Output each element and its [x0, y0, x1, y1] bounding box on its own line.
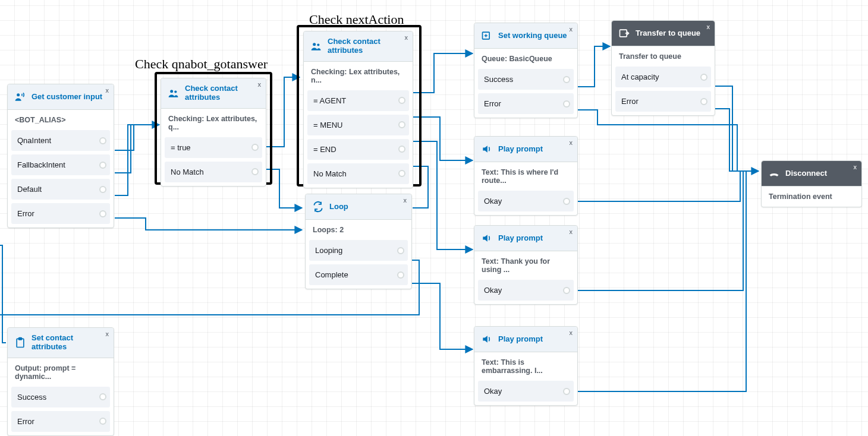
- block-subtitle: Checking: Lex attributes, q...: [161, 109, 266, 137]
- speaker-icon: [480, 143, 493, 156]
- close-icon[interactable]: x: [570, 139, 573, 146]
- branch-error[interactable]: Error: [11, 203, 110, 224]
- branch-equals-true[interactable]: = true: [165, 137, 262, 158]
- block-subtitle: Checking: Lex attributes, n...: [304, 62, 413, 90]
- close-icon[interactable]: x: [405, 34, 408, 41]
- block-title: Play prompt: [498, 145, 543, 154]
- branch-no-match[interactable]: No Match: [165, 162, 262, 182]
- branch-error[interactable]: Error: [615, 91, 711, 112]
- branch-agent[interactable]: = AGENT: [307, 90, 409, 111]
- close-icon[interactable]: x: [570, 26, 573, 33]
- close-icon[interactable]: x: [106, 330, 109, 337]
- block-title: Play prompt: [498, 335, 543, 344]
- people-icon: [310, 40, 323, 53]
- block-set-contact-attributes[interactable]: Set contact attributes x Output: prompt …: [7, 327, 114, 436]
- annotation-check-gotanswer: Check qnabot_gotanswer: [135, 56, 268, 72]
- block-title: Set contact attributes: [32, 334, 108, 352]
- branch-okay[interactable]: Okay: [478, 381, 574, 402]
- flow-connectors: [0, 0, 868, 436]
- block-transfer-to-queue[interactable]: Transfer to queue x Transfer to queue At…: [611, 20, 715, 116]
- hangup-icon: [768, 167, 781, 180]
- branch-default[interactable]: Default: [11, 179, 110, 200]
- people-icon: [167, 87, 180, 100]
- close-icon[interactable]: x: [106, 87, 109, 94]
- branch-okay[interactable]: Okay: [478, 280, 574, 301]
- transfer-icon: [618, 27, 631, 40]
- branch-qnaintent[interactable]: QnaIntent: [11, 130, 110, 151]
- close-icon[interactable]: x: [404, 197, 407, 204]
- branch-okay[interactable]: Okay: [478, 191, 574, 211]
- branch-fallbackintent[interactable]: FallbackIntent: [11, 154, 110, 175]
- svg-point-1: [170, 90, 173, 93]
- block-loop[interactable]: Loop x Loops: 2 Looping Complete: [305, 194, 412, 289]
- block-get-customer-input[interactable]: Get customer input x <BOT_ALIAS> QnaInte…: [7, 84, 114, 228]
- svg-point-3: [313, 43, 316, 46]
- block-title: Transfer to queue: [636, 29, 700, 38]
- block-title: Set working queue: [498, 31, 567, 40]
- branch-looping[interactable]: Looping: [309, 240, 408, 261]
- branch-menu[interactable]: = MENU: [307, 115, 409, 135]
- block-title: Get customer input: [32, 93, 102, 102]
- branch-at-capacity[interactable]: At capacity: [615, 67, 711, 87]
- block-check-contact-attributes-2[interactable]: Check contact attributes x Checking: Lex…: [303, 31, 413, 188]
- clipboard-icon: [14, 336, 27, 349]
- block-subtitle: <BOT_ALIAS>: [8, 110, 114, 130]
- branch-error[interactable]: Error: [478, 93, 574, 114]
- close-icon[interactable]: x: [258, 81, 262, 88]
- person-waves-icon: [14, 90, 27, 103]
- block-subtitle: Text: This is where I'd route...: [474, 162, 577, 191]
- block-title: Disconnect: [785, 169, 827, 178]
- svg-point-4: [317, 43, 319, 46]
- block-subtitle: Output: prompt = dynamic...: [8, 358, 114, 387]
- branch-success[interactable]: Success: [478, 69, 574, 90]
- speaker-icon: [480, 232, 493, 245]
- branch-no-match[interactable]: No Match: [307, 163, 409, 184]
- block-title: Loop: [329, 203, 348, 211]
- block-play-prompt-2[interactable]: Play prompt x Text: Thank you for using …: [474, 225, 578, 305]
- branch-end[interactable]: = END: [307, 139, 409, 160]
- branch-success[interactable]: Success: [11, 387, 110, 407]
- speaker-icon: [480, 333, 493, 346]
- block-disconnect[interactable]: Disconnect x Termination event: [761, 160, 862, 207]
- svg-point-2: [174, 90, 177, 93]
- close-icon[interactable]: x: [707, 23, 710, 30]
- block-check-contact-attributes-1[interactable]: Check contact attributes x Checking: Lex…: [161, 78, 266, 187]
- svg-rect-6: [19, 338, 22, 340]
- branch-error[interactable]: Error: [11, 411, 110, 432]
- annotation-check-nextaction: Check nextAction: [309, 12, 404, 27]
- branch-complete[interactable]: Complete: [309, 264, 408, 285]
- block-subtitle: Queue: BasicQueue: [474, 49, 577, 69]
- close-icon[interactable]: x: [854, 163, 857, 170]
- block-set-working-queue[interactable]: Set working queue x Queue: BasicQueue Su…: [474, 23, 578, 118]
- loop-icon: [312, 200, 325, 213]
- block-title: Play prompt: [498, 234, 543, 243]
- block-subtitle: Loops: 2: [306, 220, 411, 240]
- close-icon[interactable]: x: [570, 329, 573, 336]
- queue-plus-icon: [480, 29, 493, 42]
- block-play-prompt-1[interactable]: Play prompt x Text: This is where I'd ro…: [474, 136, 578, 216]
- block-subtitle: Transfer to queue: [612, 46, 715, 67]
- svg-point-0: [17, 93, 20, 96]
- block-subtitle: Termination event: [762, 187, 861, 207]
- block-subtitle: Text: This is embarrassing. I...: [474, 352, 577, 381]
- block-play-prompt-3[interactable]: Play prompt x Text: This is embarrassing…: [474, 326, 578, 406]
- block-subtitle: Text: Thank you for using ...: [474, 251, 577, 280]
- block-title: Check contact attributes: [328, 37, 407, 55]
- close-icon[interactable]: x: [570, 228, 573, 235]
- block-title: Check contact attributes: [185, 84, 260, 102]
